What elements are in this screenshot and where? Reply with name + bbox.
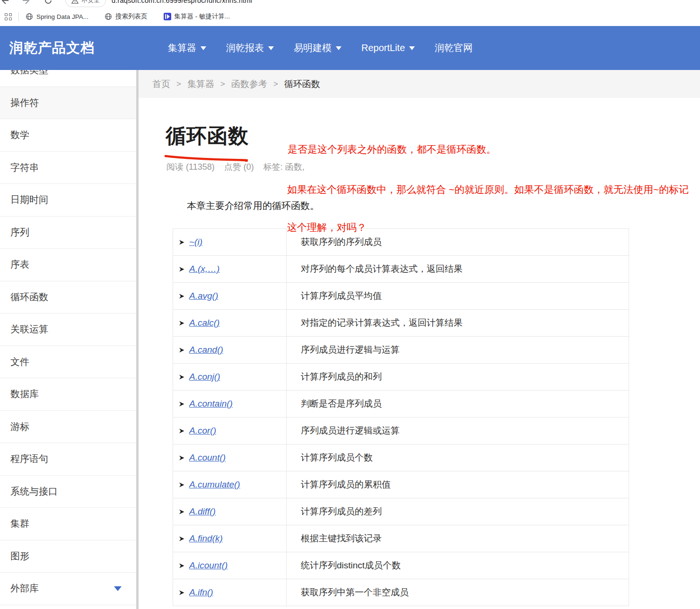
not-secure-warning-icon [71,0,79,4]
arrowhead-icon [179,374,185,380]
breadcrumb: 首页 > 集算器 > 函数参考 > 循环函数 [139,70,700,98]
function-link[interactable]: A.ifn() [189,587,213,597]
table-row: A.contain() 判断是否是序列成员 [173,391,629,418]
sidebar-item[interactable]: 日期时间 [0,184,139,217]
breadcrumb-separator: > [176,79,181,89]
sidebar-item[interactable]: 文件 [0,346,139,379]
sidebar-item[interactable]: 序表 [0,249,139,281]
function-link[interactable]: A.icount() [189,560,228,570]
nav-menu-item[interactable]: 易明建模 [294,42,341,54]
arrowhead-icon [179,239,185,245]
arrowhead-icon [179,509,185,515]
read-count: 阅读 (11358) [166,161,215,173]
sidebar-item[interactable]: 数学 [0,119,139,152]
sidebar-item[interactable]: 系统与接口 [0,476,139,508]
breadcrumb-separator: > [273,79,278,89]
reload-icon[interactable] [44,0,53,5]
nav-menu-item[interactable]: 润乾报表 [226,42,274,54]
function-description: 统计序列distinct成员个数 [287,552,629,579]
table-row: A.count() 计算序列成员个数 [173,444,629,471]
table-row: A.calc() 对指定的记录计算表达式，返回计算结果 [173,310,629,337]
bookmarks-bar: Spring Data JPA... 搜索列表页 集算器 - 敏捷计算... [0,7,700,26]
table-row: A.cor() 序列成员进行逻辑或运算 [173,418,629,444]
page-title: 循环函数 [166,122,249,150]
function-link[interactable]: A.contain() [189,399,233,409]
arrowhead-icon [179,320,185,326]
function-link[interactable]: A.diff() [189,506,216,516]
apps-grid-icon[interactable] [5,13,12,20]
sidebar-item[interactable]: 数据类型 [0,70,139,87]
arrowhead-icon [179,482,185,488]
top-navigation: 集算器 润乾报表 易明建模 ReportLite 润乾官网 [168,26,472,70]
nav-menu-item[interactable]: ReportLite [361,43,415,53]
sidebar-item[interactable]: 操作符 [0,87,139,120]
function-description: 计算序列成员的累积值 [287,471,629,498]
table-row: A.ifn() 获取序列中第一个非空成员 [173,579,629,606]
breadcrumb-link[interactable]: 集算器 [187,78,214,90]
function-link[interactable]: A.calc() [189,318,219,328]
table-row: A.icount() 统计序列distinct成员个数 [173,552,629,579]
bookmark-item[interactable]: Spring Data JPA... [26,13,88,20]
function-link[interactable]: A.find(k) [189,533,223,543]
breadcrumb-link[interactable]: 函数参考 [231,78,267,90]
red-annotation-1: 是否是这个列表之外的函数，都不是循环函数。 [288,143,496,156]
security-label: 不安全 [81,0,100,5]
forward-icon[interactable] [22,0,31,5]
sidebar-item[interactable]: 关联运算 [0,313,139,346]
bookmark-item[interactable]: 集算器 - 敏捷计算... [164,12,230,21]
table-row: A.find(k) 根据主键找到该记录 [173,525,629,552]
function-description: 判断是否是序列成员 [287,391,629,418]
function-link[interactable]: A.(x,…) [189,264,219,274]
site-logo[interactable]: 润乾产品文档 [9,39,95,58]
main-content: 首页 > 集算器 > 函数参考 > 循环函数 循环函数 阅读 (11358) 点… [139,70,700,609]
sidebar-item[interactable]: 集群 [0,508,139,540]
function-link[interactable]: A.conj() [189,372,220,382]
table-row: A.conj() 计算序列成员的和列 [173,364,629,391]
back-icon[interactable] [0,0,9,5]
arrowhead-icon [179,590,185,596]
esproc-app-icon [164,13,171,20]
chevron-down-icon [268,46,274,50]
like-count[interactable]: 点赞 (0) [224,161,254,173]
function-link[interactable]: A.cor() [189,426,216,435]
sidebar-item[interactable]: 字符串 [0,152,139,184]
intro-paragraph: 本章主要介绍常用的循环函数。 [187,200,319,212]
function-link[interactable]: A.avg() [189,291,218,301]
arrowhead-icon [179,455,185,461]
function-description: 计算序列成员个数 [287,444,629,471]
function-table: ~(i) 获取序列的序列成员 A.(x,…) 对序列的每个成员计算表达式，返回结… [173,228,629,606]
sidebar-item[interactable]: 图形 [0,540,139,573]
sidebar: 数据类型 操作符 数学 字符串 日期时间 序列 序表 循环函数 关联运算 文件 [0,70,139,609]
divider [18,12,19,21]
address-bar-url[interactable]: d.raqsoft.com.cn:6999/esproc/func/xhhs.h… [112,0,252,4]
chevron-down-icon [336,46,341,50]
globe-icon [26,13,33,20]
table-row: A.cand() 序列成员进行逻辑与运算 [173,337,629,364]
table-row: A.avg() 计算序列成员平均值 [173,283,629,310]
function-description: 根据主键找到该记录 [287,525,629,552]
function-description: 序列成员进行逻辑或运算 [287,418,629,444]
nav-menu-item[interactable]: 集算器 [168,42,206,54]
sidebar-item[interactable]: 游标 [0,411,139,444]
tags[interactable]: 标签: 函数, [263,161,305,173]
function-description: 计算序列成员的差列 [287,498,629,525]
chevron-down-icon [201,46,206,50]
breadcrumb-link[interactable]: 首页 [152,78,170,90]
site-security-chip[interactable]: 不安全 [65,0,106,7]
bookmark-item[interactable]: 搜索列表页 [105,12,148,21]
sidebar-item[interactable]: 数据库 [0,378,139,411]
sidebar-item[interactable]: 外部库 [0,573,139,605]
chevron-down-icon [114,586,122,591]
function-link[interactable]: A.cand() [189,345,223,355]
arrowhead-icon [179,347,185,353]
sidebar-item[interactable]: 程序语句 [0,443,139,476]
arrowhead-icon [179,563,185,569]
function-link[interactable]: A.count() [189,452,226,462]
sidebar-item[interactable]: 序列 [0,217,139,249]
function-link[interactable]: ~(i) [189,237,202,247]
sidebar-item[interactable]: 循环函数 [0,281,139,314]
arrowhead-icon [179,266,185,272]
table-row: A.diff() 计算序列成员的差列 [173,498,629,525]
function-link[interactable]: A.cumulate() [189,479,240,489]
nav-menu-item[interactable]: 润乾官网 [435,42,472,54]
